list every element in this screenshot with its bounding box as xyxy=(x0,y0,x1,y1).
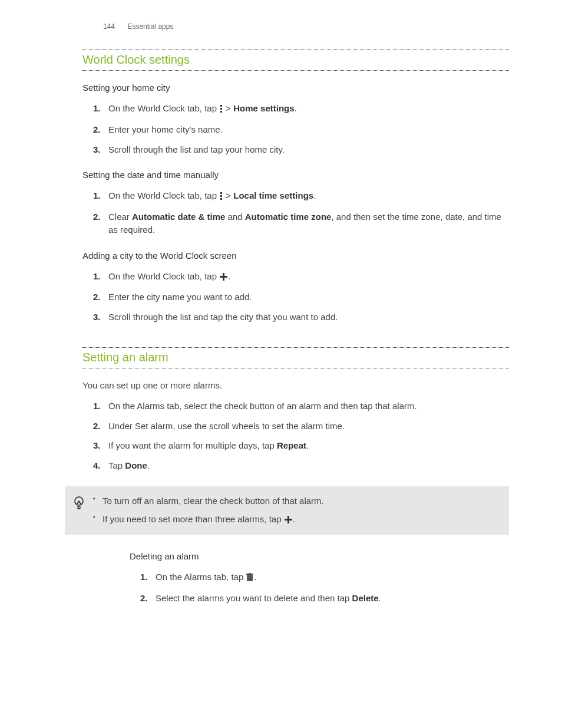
step-text-bold: Automatic time zone xyxy=(245,212,332,222)
subheading-setting-home-city: Setting your home city xyxy=(82,83,509,93)
svg-rect-9 xyxy=(77,506,81,508)
deleting-alarm-block: Deleting an alarm On the Alarms tab, tap… xyxy=(130,551,509,605)
step-text: . xyxy=(379,593,381,603)
step-text-bold: Home settings xyxy=(233,103,294,113)
step-text: . xyxy=(228,271,230,281)
step-item: Enter the city name you want to add. xyxy=(82,291,509,304)
step-text: > xyxy=(223,190,233,200)
step-text: . xyxy=(313,190,316,200)
step-item: If you want the alarm for multiple days,… xyxy=(82,439,509,452)
step-item: Under Set alarm, use the scroll wheels t… xyxy=(82,420,509,433)
subheading-setting-date-time: Setting the date and time manually xyxy=(82,170,509,180)
svg-rect-5 xyxy=(220,198,222,200)
step-text: On the Alarms tab, tap xyxy=(156,572,246,582)
step-text: Scroll through the list and tap the city… xyxy=(108,312,338,322)
lightbulb-icon xyxy=(73,502,85,512)
step-text: Scroll through the list and tap your hom… xyxy=(108,144,285,154)
step-text: On the World Clock tab, tap xyxy=(108,103,219,113)
step-item: On the Alarms tab, tap . xyxy=(130,571,509,585)
svg-rect-12 xyxy=(285,519,292,521)
step-item: Scroll through the list and tap your hom… xyxy=(82,143,509,156)
lead-text: You can set up one or more alarms. xyxy=(82,380,509,390)
page-header: 144 Essential apps xyxy=(103,22,509,31)
step-text: Tap xyxy=(108,460,125,470)
steps-set-alarm: On the Alarms tab, select the check butt… xyxy=(82,400,509,472)
step-item: On the World Clock tab, tap > Local time… xyxy=(82,189,509,203)
step-item: Enter your home city's name. xyxy=(82,123,509,136)
step-text: Enter the city name you want to add. xyxy=(108,292,252,302)
section-setting-alarm: Setting an alarm You can set up one or m… xyxy=(82,347,509,605)
tip-icon-column xyxy=(73,495,91,512)
step-text: Select the alarms you want to delete and… xyxy=(156,593,352,603)
svg-rect-1 xyxy=(220,108,222,110)
step-text: Under Set alarm, use the scroll wheels t… xyxy=(108,421,345,431)
step-text-bold: Repeat xyxy=(277,440,306,450)
step-text: . xyxy=(306,440,309,450)
subheading-adding-city: Adding a city to the World Clock screen xyxy=(82,251,509,261)
steps-delete-alarm: On the Alarms tab, tap . Select the alar… xyxy=(130,571,509,605)
step-item: Tap Done. xyxy=(82,459,509,472)
steps-home-city: On the World Clock tab, tap > Home setti… xyxy=(82,102,509,156)
step-item: Select the alarms you want to delete and… xyxy=(130,592,509,605)
tip-text: To turn off an alarm, clear the check bu… xyxy=(103,496,324,506)
step-item: Clear Automatic date & time and Automati… xyxy=(82,210,509,236)
steps-date-time: On the World Clock tab, tap > Local time… xyxy=(82,189,509,236)
svg-rect-15 xyxy=(249,573,251,574)
step-item: On the World Clock tab, tap . xyxy=(82,270,509,284)
tip-item: To turn off an alarm, clear the check bu… xyxy=(91,495,500,507)
tip-item: If you need to set more than three alarm… xyxy=(91,513,500,526)
more-options-icon xyxy=(220,103,223,116)
step-item: On the World Clock tab, tap > Home setti… xyxy=(82,102,509,116)
step-text: On the World Clock tab, tap xyxy=(108,271,219,281)
steps-add-city: On the World Clock tab, tap . Enter the … xyxy=(82,270,509,324)
step-text-bold: Delete xyxy=(352,593,379,603)
svg-rect-13 xyxy=(247,575,253,581)
header-section-name: Essential apps xyxy=(127,22,173,31)
plus-icon xyxy=(285,514,292,526)
step-text: Enter your home city's name. xyxy=(108,124,223,134)
step-text-bold: Automatic date & time xyxy=(132,212,225,222)
step-text: Clear xyxy=(108,212,132,222)
step-item: Scroll through the list and tap the city… xyxy=(82,311,509,324)
tip-text: . xyxy=(293,514,295,524)
step-item: On the Alarms tab, select the check butt… xyxy=(82,400,509,413)
step-text: If you want the alarm for multiple days,… xyxy=(108,440,277,450)
svg-rect-4 xyxy=(220,195,222,197)
step-text: . xyxy=(147,460,150,470)
tip-content: To turn off an alarm, clear the check bu… xyxy=(91,495,500,526)
subheading-deleting-alarm: Deleting an alarm xyxy=(130,551,509,561)
svg-rect-3 xyxy=(220,192,222,194)
step-text-bold: Done xyxy=(125,460,147,470)
step-text: . xyxy=(254,572,256,582)
svg-rect-0 xyxy=(220,105,222,107)
step-text: and xyxy=(225,212,244,222)
heading-setting-alarm: Setting an alarm xyxy=(82,347,509,368)
step-text: On the Alarms tab, select the check butt… xyxy=(108,401,417,411)
step-text: > xyxy=(223,103,233,113)
step-text: . xyxy=(295,103,297,113)
tip-box: To turn off an alarm, clear the check bu… xyxy=(65,486,509,535)
tip-text: If you need to set more than three alarm… xyxy=(103,514,284,524)
heading-world-clock-settings: World Clock settings xyxy=(82,50,509,71)
plus-icon xyxy=(220,271,227,284)
svg-rect-10 xyxy=(78,508,81,509)
document-page: 144 Essential apps World Clock settings … xyxy=(0,0,562,654)
more-options-icon xyxy=(220,190,223,203)
svg-rect-7 xyxy=(220,276,227,278)
step-text-bold: Local time settings xyxy=(233,190,313,200)
svg-rect-2 xyxy=(220,111,222,113)
step-text: On the World Clock tab, tap xyxy=(108,190,219,200)
page-number: 144 xyxy=(103,22,115,31)
trash-icon xyxy=(246,572,253,585)
